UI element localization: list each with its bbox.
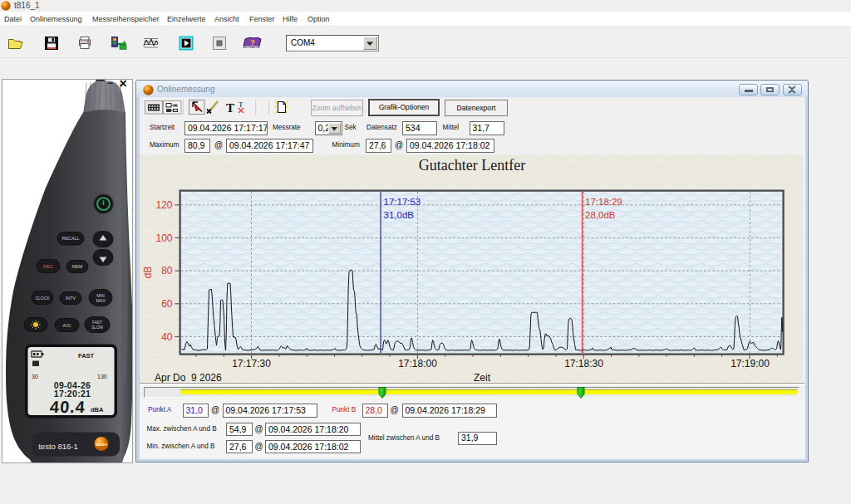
svg-text:testo: testo [96, 442, 107, 447]
svg-text:17:17:30: 17:17:30 [232, 358, 271, 369]
svg-text:17:18:00: 17:18:00 [398, 358, 437, 369]
svg-text:80: 80 [161, 265, 173, 276]
svg-text:30: 30 [32, 373, 38, 379]
svg-text:testo 816-1: testo 816-1 [38, 441, 78, 450]
svg-text:17:18:30: 17:18:30 [564, 358, 603, 369]
svg-text:Apr Do 9 2026: Apr Do 9 2026 [155, 372, 222, 384]
svg-text:Zeit: Zeit [474, 372, 491, 384]
svg-text:120: 120 [155, 199, 172, 211]
svg-text:28,0dB: 28,0dB [585, 210, 616, 220]
svg-text:31,0dB: 31,0dB [384, 210, 415, 220]
svg-text:T: T [226, 101, 234, 115]
svg-text:FAST: FAST [92, 321, 102, 325]
svg-text:T: T [239, 100, 243, 109]
svg-text:Gutachter Lentfer: Gutachter Lentfer [419, 157, 525, 174]
svg-text:40.4: 40.4 [49, 398, 86, 416]
svg-text:MEM: MEM [72, 264, 83, 269]
svg-text:130: 130 [97, 373, 107, 379]
svg-text:60: 60 [161, 298, 173, 310]
svg-text:INTV: INTV [66, 296, 76, 301]
svg-text:17:17:53: 17:17:53 [384, 197, 421, 207]
svg-text:FAST: FAST [78, 351, 95, 359]
svg-text:MAX: MAX [96, 297, 106, 302]
svg-text:CLOCK: CLOCK [35, 295, 50, 300]
svg-text:A/C: A/C [62, 321, 71, 327]
svg-text:dBA: dBA [91, 405, 104, 413]
svg-text:dB: dB [142, 267, 154, 279]
svg-text:REC: REC [43, 263, 54, 268]
svg-text:40: 40 [161, 331, 173, 343]
svg-text:?: ? [250, 37, 255, 47]
svg-text:SLOW: SLOW [91, 325, 104, 330]
svg-text:17:19:00: 17:19:00 [730, 358, 770, 369]
svg-text:17:18:29: 17:18:29 [585, 197, 622, 207]
svg-text:100: 100 [155, 232, 172, 244]
svg-text:RECALL: RECALL [62, 236, 80, 241]
